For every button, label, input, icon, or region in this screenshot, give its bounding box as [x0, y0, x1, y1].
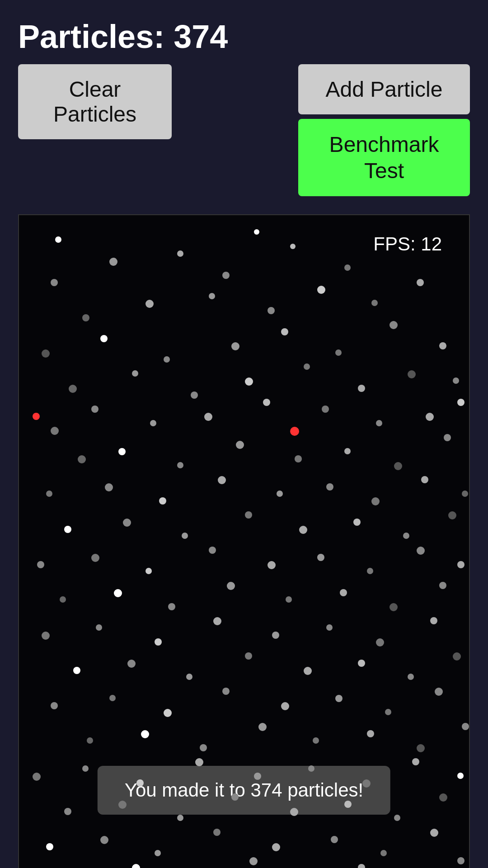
particle [87, 737, 93, 744]
particle-count: Particles: 374 [18, 18, 470, 55]
particle [286, 596, 292, 603]
particle [367, 568, 373, 574]
particle [105, 483, 113, 491]
particle [408, 370, 416, 378]
particle [254, 229, 259, 235]
particle [51, 279, 58, 286]
particle [177, 815, 183, 821]
add-particle-button[interactable]: Add Particle [298, 64, 470, 114]
particle [326, 624, 333, 631]
particle [430, 617, 437, 624]
particle [141, 730, 149, 738]
particle [177, 462, 183, 468]
particle [335, 695, 343, 702]
particle [204, 413, 212, 421]
particle [426, 413, 434, 421]
particle [457, 561, 465, 568]
particle [145, 300, 154, 308]
particle [412, 758, 419, 765]
particle [164, 356, 170, 363]
particle [317, 554, 324, 561]
particle [191, 392, 198, 399]
particle [371, 300, 378, 306]
particle [209, 547, 216, 554]
particle [403, 533, 409, 539]
particle [73, 667, 80, 674]
particle [100, 335, 108, 342]
particle [335, 349, 342, 356]
particle [195, 758, 203, 766]
particle [258, 723, 267, 731]
particle [42, 632, 50, 640]
particle [281, 328, 288, 335]
particle [376, 638, 384, 646]
particle [272, 843, 280, 851]
particle [155, 638, 162, 646]
particle [295, 455, 302, 462]
particle [358, 385, 365, 392]
fps-display: FPS: 12 [373, 233, 442, 255]
particle [91, 406, 99, 413]
particle [222, 272, 230, 279]
particle [155, 850, 161, 856]
benchmark-test-button[interactable]: BenchmarkTest [298, 119, 470, 196]
particle [46, 491, 52, 497]
particle [78, 455, 86, 463]
particle [389, 321, 398, 329]
particle [213, 617, 221, 625]
particle [132, 370, 138, 377]
particle [159, 497, 166, 505]
particle [322, 406, 329, 413]
particle [340, 589, 347, 596]
particle [462, 723, 469, 730]
particle [100, 836, 108, 844]
particle [177, 250, 183, 257]
particle [344, 448, 351, 454]
particle [96, 624, 102, 631]
particle [317, 286, 325, 294]
particle [150, 420, 156, 426]
particle [82, 765, 89, 772]
particle [127, 660, 136, 668]
particle [326, 483, 333, 491]
particle [299, 526, 307, 534]
particle [385, 709, 391, 715]
particle [344, 264, 351, 271]
particle [164, 709, 172, 717]
particle [245, 377, 253, 386]
particle [380, 850, 387, 856]
particle [394, 815, 400, 821]
particle [245, 652, 252, 660]
particle [453, 652, 461, 660]
particle [254, 773, 261, 780]
particle-canvas[interactable]: FPS: 12 You made it to 374 particles! [18, 214, 470, 868]
particle [182, 533, 188, 539]
particle [439, 793, 447, 802]
particle [231, 342, 239, 350]
particle [376, 420, 382, 426]
particle [37, 561, 44, 568]
particle [408, 674, 414, 680]
particle [417, 744, 425, 752]
particle [281, 702, 289, 710]
particle [69, 385, 77, 393]
particle [168, 603, 175, 610]
particle [145, 568, 152, 574]
clear-particles-button[interactable]: Clear Particles [18, 64, 172, 139]
particle [236, 441, 244, 449]
particle [33, 413, 40, 420]
particle [46, 843, 53, 850]
particle [109, 258, 117, 266]
particle [213, 829, 221, 836]
particle [114, 589, 122, 597]
particle [249, 857, 258, 865]
particle [60, 596, 66, 603]
particle [245, 511, 252, 519]
particle [457, 399, 465, 406]
particle [304, 667, 312, 675]
particle [64, 808, 71, 815]
particle [222, 688, 230, 695]
particle [344, 801, 352, 808]
particle [444, 434, 451, 441]
particle [457, 857, 465, 864]
